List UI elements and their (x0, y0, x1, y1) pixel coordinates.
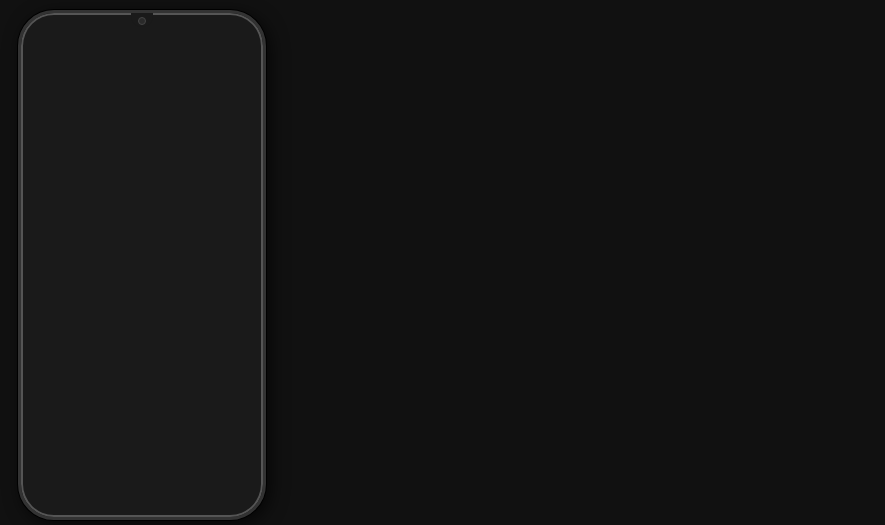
svg-point-33 (241, 374, 243, 376)
game-info-cardshufflesort: Card Shuffle Sort Modo Personalizar (75, 418, 231, 441)
svg-point-40 (245, 426, 247, 428)
game-settings-icon-bucketcrusher[interactable] (237, 323, 251, 340)
game-settings-icon-bearbakery[interactable] (237, 225, 251, 242)
game-name-attackhole: AttackHole (75, 173, 231, 185)
more-dot-1 (248, 92, 251, 95)
svg-point-3 (241, 129, 243, 131)
back-button[interactable]: ‹ (33, 89, 38, 107)
svg-point-41 (242, 430, 244, 432)
game-list: 🟪 2248 Modo Personalizar 🟢 (21, 111, 263, 517)
game-icon-cafeheaven: ☕ (33, 364, 65, 396)
svg-point-21 (241, 276, 243, 278)
game-list-item[interactable]: 🟢 AttackHole Modo Personalizar (21, 160, 263, 209)
game-name-bearbakery: BearBakery (75, 222, 231, 234)
game-info-birdsort: Bird Sort Color Modo Personalizar (75, 271, 231, 294)
svg-point-28 (245, 328, 247, 330)
svg-point-5 (242, 136, 244, 138)
game-icon-bearbakery: 🐻 (33, 217, 65, 249)
game-info-bucketcrusher: Bucket Crusher Modo Personalizar (75, 320, 231, 343)
phone-screen: Game Booster Plus Maximize a experiência… (21, 13, 263, 517)
svg-point-10 (245, 181, 247, 183)
svg-point-27 (241, 325, 243, 327)
game-name-birdsort: Bird Sort Color (75, 271, 231, 283)
game-list-item[interactable]: 🐦 Bird Sort Color Modo Personalizar (21, 258, 263, 307)
app-header: Game Booster Plus Maximize a experiência… (21, 13, 263, 85)
svg-point-35 (242, 381, 244, 383)
game-list-item[interactable]: 🐻 BearBakery Modo Personalizar (21, 209, 263, 258)
game-icon-2248: 🟪 (33, 119, 65, 151)
game-mode-attackhole: Modo Personalizar (75, 186, 231, 196)
game-settings-icon-attackhole[interactable] (237, 176, 251, 193)
game-name-cafeheaven: CafeHeaven (75, 369, 231, 381)
app-title: Game Booster Plus (37, 41, 247, 61)
svg-point-29 (242, 332, 244, 334)
screen-content: Game Booster Plus Maximize a experiência… (21, 13, 263, 517)
game-list-item[interactable]: 🟪 2248 Modo Personalizar (21, 111, 263, 160)
svg-point-23 (242, 283, 244, 285)
svg-point-15 (241, 227, 243, 229)
svg-point-34 (245, 377, 247, 379)
game-settings-icon-2248[interactable] (237, 127, 251, 144)
svg-point-11 (242, 185, 244, 187)
game-info-cafeheaven: CafeHeaven Modo Personalizar (75, 369, 231, 392)
game-mode-cardshufflesort: Modo Personalizar (75, 431, 231, 441)
game-mode-cafeheaven: Modo Personalizar (75, 382, 231, 392)
svg-point-39 (241, 423, 243, 425)
more-menu-button[interactable] (248, 92, 251, 105)
game-mode-bucketcrusher: Modo Personalizar (75, 333, 231, 343)
game-settings-icon-birdsort[interactable] (237, 274, 251, 291)
game-info-2248: 2248 Modo Personalizar (75, 124, 231, 147)
game-mode-2248: Modo Personalizar (75, 137, 231, 147)
game-list-item[interactable]: 🪣 Bucket Crusher Modo Personalizar (21, 307, 263, 356)
svg-point-22 (245, 279, 247, 281)
game-name-cardshufflesort: Card Shuffle Sort (75, 418, 231, 430)
game-name-2248: 2248 (75, 124, 231, 136)
game-name-bucketcrusher: Bucket Crusher (75, 320, 231, 332)
nav-bar: ‹ (21, 85, 263, 111)
game-list-item[interactable]: 🃏 Card Shuffle Sort Modo Personalizar (21, 405, 263, 454)
more-dot-2 (248, 97, 251, 100)
game-icon-bucketcrusher: 🪣 (33, 315, 65, 347)
game-icon-attackhole: 🟢 (33, 168, 65, 200)
game-info-attackhole: AttackHole Modo Personalizar (75, 173, 231, 196)
phone-device: Game Booster Plus Maximize a experiência… (18, 10, 266, 520)
game-settings-icon-cardshufflesort[interactable] (237, 421, 251, 438)
svg-point-17 (242, 234, 244, 236)
game-mode-bearbakery: Modo Personalizar (75, 235, 231, 245)
svg-point-4 (245, 132, 247, 134)
game-mode-birdsort: Modo Personalizar (75, 284, 231, 294)
app-subtitle: Maximize a experiência de jogo (37, 63, 247, 73)
game-settings-icon-cafeheaven[interactable] (237, 372, 251, 389)
game-info-bearbakery: BearBakery Modo Personalizar (75, 222, 231, 245)
more-dot-3 (248, 102, 251, 105)
game-icon-birdsort: 🐦 (33, 266, 65, 298)
svg-point-9 (241, 178, 243, 180)
game-list-item[interactable]: ☕ CafeHeaven Modo Personalizar (21, 356, 263, 405)
game-icon-cardshufflesort: 🃏 (33, 413, 65, 445)
svg-point-16 (245, 230, 247, 232)
